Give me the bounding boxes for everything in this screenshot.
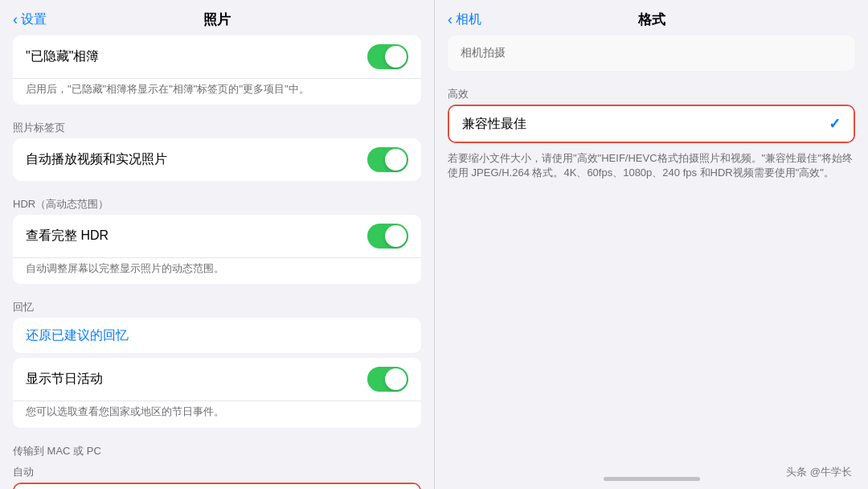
memories-label: 回忆: [0, 289, 434, 318]
hidden-album-group: "已隐藏"相簿 启用后，"已隐藏"相簿将显示在"相簿"标签页的"更多项目"中。: [13, 35, 421, 105]
festival-toggle[interactable]: [367, 367, 408, 392]
left-nav-bar: ‹ 设置 照片: [0, 0, 434, 35]
right-settings-content: 相机拍摄 高效 兼容性最佳 ✓ 若要缩小文件大小，请使用"高效"HEIF/HEV…: [435, 35, 868, 489]
autoplay-toggle[interactable]: [367, 147, 408, 172]
autoplay-row[interactable]: 自动播放视频和实况照片: [13, 138, 421, 181]
camera-capture-label: 相机拍摄: [461, 46, 842, 60]
hdr-toggle[interactable]: [367, 224, 408, 249]
hdr-group: 查看完整 HDR 自动调整屏幕以完整显示照片的动态范围。: [13, 215, 421, 284]
restore-memories-row[interactable]: 还原已建议的回忆: [13, 318, 421, 353]
left-panel: ‹ 设置 照片 "已隐藏"相簿 启用后，"已隐藏"相簿将显示在"相簿"标签页的"…: [0, 0, 434, 489]
keep-original-group: 保留原片 ✓: [13, 483, 421, 489]
left-back-button[interactable]: ‹ 设置: [13, 11, 47, 28]
autoplay-group: 自动播放视频和实况照片: [13, 138, 421, 181]
most-compatible-group: 兼容性最佳 ✓: [448, 105, 855, 143]
right-nav-bar: ‹ 相机 格式: [435, 0, 868, 35]
chevron-left-icon: ‹: [13, 11, 18, 28]
right-home-bar: [604, 477, 700, 481]
autoplay-label: 自动播放视频和实况照片: [26, 151, 367, 168]
festival-row[interactable]: 显示节日活动: [13, 358, 421, 401]
right-back-label: 相机: [456, 11, 481, 28]
most-compatible-row[interactable]: 兼容性最佳 ✓: [449, 106, 854, 142]
hdr-row[interactable]: 查看完整 HDR: [13, 215, 421, 258]
right-panel: ‹ 相机 格式 相机拍摄 高效 兼容性最佳 ✓ 若要缩小文件大小，请使用"高效"…: [434, 0, 868, 489]
hidden-album-row[interactable]: "已隐藏"相簿: [13, 35, 421, 79]
hdr-label: HDR（高动态范围）: [0, 186, 434, 215]
hdr-desc: 自动调整屏幕以完整显示照片的动态范围。: [13, 258, 421, 284]
most-compatible-check: ✓: [829, 115, 841, 133]
keep-original-row[interactable]: 保留原片 ✓: [14, 484, 420, 489]
efficient-label: 高效: [435, 76, 868, 105]
photo-tab-label: 照片标签页: [0, 109, 434, 138]
left-nav-title: 照片: [203, 10, 231, 29]
left-settings-content: "已隐藏"相簿 启用后，"已隐藏"相簿将显示在"相簿"标签页的"更多项目"中。 …: [0, 35, 434, 489]
most-compatible-desc: 若要缩小文件大小，请使用"高效"HEIF/HEVC格式拍摄照片和视频。"兼容性最…: [435, 148, 868, 187]
festival-desc: 您可以选取查看您国家或地区的节日事件。: [13, 401, 421, 427]
watermark: 头条 @牛学长: [786, 465, 852, 479]
restore-memories-label: 还原已建议的回忆: [26, 327, 129, 344]
right-back-button[interactable]: ‹ 相机: [448, 11, 481, 28]
hdr-toggle-label: 查看完整 HDR: [26, 228, 367, 244]
right-nav-title: 格式: [638, 10, 665, 29]
most-compatible-label: 兼容性最佳: [462, 116, 829, 133]
hidden-album-desc: 启用后，"已隐藏"相簿将显示在"相簿"标签页的"更多项目"中。: [13, 79, 421, 105]
hidden-album-label: "已隐藏"相簿: [26, 48, 367, 65]
left-back-label: 设置: [21, 11, 47, 28]
hidden-album-toggle[interactable]: [367, 44, 408, 69]
camera-capture-row: 相机拍摄: [448, 35, 855, 71]
festival-label: 显示节日活动: [26, 371, 367, 388]
auto-sublabel: 自动: [0, 462, 434, 483]
transfer-label: 传输到 MAC 或 PC: [0, 433, 434, 462]
camera-capture-group: 相机拍摄: [448, 35, 855, 71]
memories-group: 还原已建议的回忆: [13, 318, 421, 353]
festival-group: 显示节日活动 您可以选取查看您国家或地区的节日事件。: [13, 358, 421, 427]
right-chevron-icon: ‹: [448, 11, 452, 28]
